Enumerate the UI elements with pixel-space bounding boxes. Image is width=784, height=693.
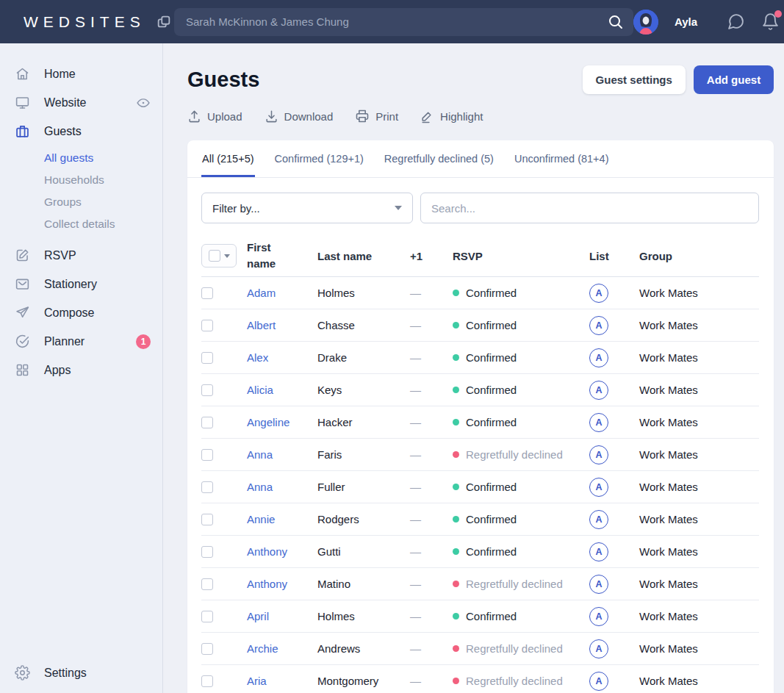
column-header-last-name[interactable]: Last name (317, 250, 410, 262)
upload-button[interactable]: Upload (187, 109, 242, 123)
guest-first-name-link[interactable]: Anthony (247, 578, 287, 590)
row-checkbox[interactable] (201, 320, 213, 331)
row-checkbox[interactable] (201, 287, 213, 299)
logo[interactable]: WEDSITES (24, 13, 174, 31)
guest-first-name-link[interactable]: Anna (247, 481, 273, 493)
list-badge[interactable]: A (589, 478, 608, 497)
rsvp-dot-icon (453, 548, 459, 555)
sidebar-item-rsvp[interactable]: RSVP (0, 241, 162, 270)
list-badge[interactable]: A (589, 575, 608, 594)
chat-icon[interactable] (727, 12, 745, 31)
guest-first-name-link[interactable]: Anna (247, 448, 273, 461)
apps-grid-icon (15, 362, 30, 378)
add-guest-button[interactable]: Add guest (694, 65, 774, 94)
select-all-dropdown[interactable] (201, 244, 237, 267)
preview-eye-icon[interactable] (136, 96, 151, 110)
chevron-down-icon (224, 254, 230, 258)
guest-first-name-link[interactable]: April (247, 610, 269, 622)
download-button[interactable]: Download (265, 109, 334, 123)
row-checkbox[interactable] (201, 449, 213, 461)
guest-first-name-link[interactable]: Anthony (247, 545, 287, 558)
list-badge[interactable]: A (589, 672, 608, 691)
guest-last-name: Holmes (317, 610, 410, 622)
sidebar-item-guests[interactable]: Guests (0, 117, 162, 146)
sidebar-item-website[interactable]: Website (0, 88, 162, 117)
row-checkbox[interactable] (201, 578, 213, 590)
row-checkbox[interactable] (201, 546, 213, 558)
sidebar-subitem-all-guests[interactable]: All guests (0, 147, 162, 169)
sidebar-item-stationery[interactable]: Stationery (0, 270, 162, 298)
guest-first-name-link[interactable]: Albert (247, 319, 276, 331)
list-badge[interactable]: A (589, 510, 608, 529)
guest-settings-button[interactable]: Guest settings (583, 65, 686, 94)
row-checkbox[interactable] (201, 384, 213, 396)
tab-regretfully-declined[interactable]: Regretfully declined (5) (384, 140, 495, 177)
guest-first-name-link[interactable]: Adam (247, 287, 276, 299)
highlight-button[interactable]: Highlight (420, 109, 483, 123)
row-checkbox[interactable] (201, 352, 213, 364)
list-badge[interactable]: A (589, 542, 608, 561)
sidebar-item-settings[interactable]: Settings (0, 658, 162, 687)
rsvp-dot-icon (453, 613, 459, 620)
sidebar-item-apps[interactable]: Apps (0, 356, 162, 384)
envelope-icon (15, 276, 30, 292)
guest-first-name-link[interactable]: Annie (247, 513, 275, 525)
plus-one-value: — (410, 642, 453, 655)
row-checkbox[interactable] (201, 417, 213, 428)
column-header-list[interactable]: List (589, 250, 639, 262)
search-icon[interactable] (607, 13, 625, 31)
row-checkbox[interactable] (201, 481, 213, 493)
sidebar-item-planner[interactable]: Planner 1 (0, 327, 162, 356)
list-badge[interactable]: A (589, 381, 608, 400)
row-checkbox[interactable] (201, 611, 213, 622)
sidebar-label: Website (44, 96, 87, 109)
table-header-row: First name Last name +1 RSVP List Group (201, 235, 759, 277)
column-header-first-name[interactable]: First name (247, 240, 317, 272)
rsvp-status: Confirmed (453, 610, 589, 622)
row-checkbox[interactable] (201, 514, 213, 525)
guest-first-name-link[interactable]: Archie (247, 642, 278, 655)
guest-last-name: Rodgers (317, 513, 410, 525)
plus-one-value: — (410, 416, 453, 428)
project-search-input[interactable] (174, 8, 633, 36)
guest-first-name-link[interactable]: Aria (247, 675, 267, 687)
list-badge[interactable]: A (589, 639, 608, 658)
plus-one-value: — (410, 384, 453, 396)
sidebar-subitem-households[interactable]: Households (0, 169, 162, 191)
filter-by-dropdown[interactable]: Filter by... (201, 193, 413, 223)
column-header-plus-one[interactable]: +1 (410, 250, 453, 262)
select-all-checkbox[interactable] (209, 250, 220, 262)
sidebar-item-compose[interactable]: Compose (0, 298, 162, 327)
row-checkbox[interactable] (201, 675, 213, 687)
list-badge[interactable]: A (589, 607, 608, 626)
list-badge[interactable]: A (589, 413, 608, 432)
print-button[interactable]: Print (355, 109, 398, 123)
list-badge[interactable]: A (589, 348, 608, 367)
row-checkbox[interactable] (201, 643, 213, 655)
rsvp-dot-icon (453, 354, 459, 361)
rsvp-status: Regretfully declined (453, 675, 589, 687)
guest-first-name-link[interactable]: Alex (247, 351, 268, 364)
guest-search-input[interactable] (420, 193, 759, 223)
guest-first-name-link[interactable]: Alicia (247, 384, 273, 396)
check-circle-icon (15, 334, 30, 349)
tab-all[interactable]: All (215+5) (201, 140, 255, 177)
printer-icon (355, 109, 370, 123)
sidebar-subitem-collect-details[interactable]: Collect details (0, 213, 162, 235)
column-header-group[interactable]: Group (639, 250, 759, 262)
notifications-bell-icon[interactable] (761, 12, 780, 31)
column-header-rsvp[interactable]: RSVP (453, 250, 589, 262)
list-badge[interactable]: A (589, 316, 608, 335)
guest-first-name-link[interactable]: Angeline (247, 416, 289, 428)
planner-badge: 1 (136, 334, 151, 349)
sidebar-item-home[interactable]: Home (0, 60, 162, 88)
sidebar-label: Apps (44, 364, 71, 377)
avatar[interactable] (633, 10, 658, 35)
copy-squares-icon[interactable] (156, 14, 172, 30)
tab-unconfirmed[interactable]: Unconfirmed (81+4) (514, 140, 610, 177)
tab-confirmed[interactable]: Confirmed (129+1) (274, 140, 364, 177)
list-badge[interactable]: A (589, 445, 608, 464)
list-badge[interactable]: A (589, 284, 608, 303)
sidebar-subitem-groups[interactable]: Groups (0, 191, 162, 213)
table-row: Archie Andrews — Regretfully declined A … (201, 633, 759, 665)
